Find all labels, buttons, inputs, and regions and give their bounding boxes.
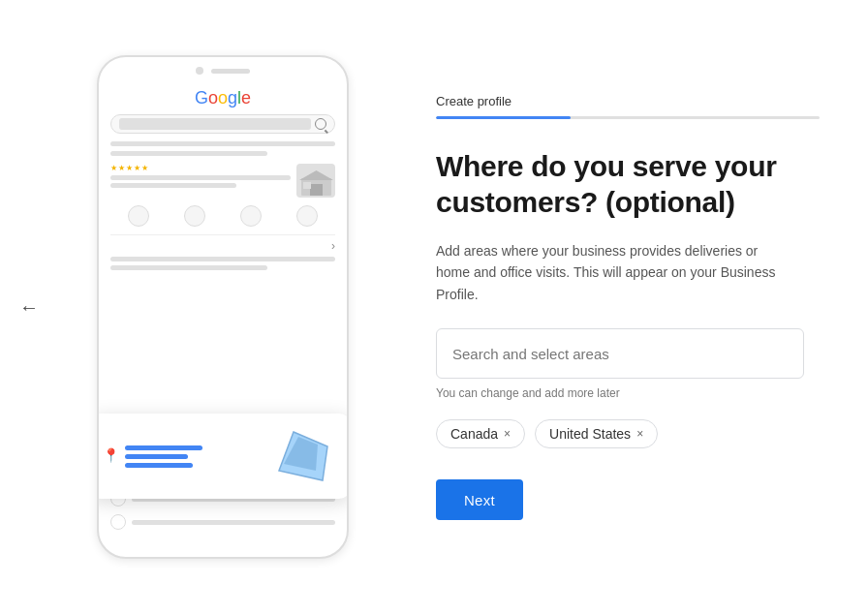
result-desc-2 — [110, 183, 236, 188]
phone-search-bar — [110, 114, 335, 134]
store-svg — [299, 169, 333, 198]
tag-canada: Canada × — [436, 419, 525, 448]
search-areas-input[interactable] — [436, 328, 804, 379]
phone-content: Google ★ ★ ★ ★ — [99, 80, 347, 281]
progress-bar-fill — [436, 116, 571, 119]
svg-rect-2 — [310, 184, 323, 196]
next-button[interactable]: Next — [436, 479, 523, 520]
tags-container: Canada × United States × — [436, 419, 820, 448]
card-lines — [125, 445, 202, 468]
result-text: ★ ★ ★ ★ ★ — [110, 164, 291, 191]
star-2: ★ — [118, 164, 125, 172]
store-icon — [296, 164, 335, 198]
google-g2: g — [228, 88, 237, 107]
right-panel: Create profile Where do you serve your c… — [407, 65, 868, 549]
card-left: 📍 — [103, 445, 260, 468]
tag-canada-close[interactable]: × — [504, 428, 511, 440]
phone-row-line-2 — [132, 520, 335, 525]
google-logo: Google — [110, 88, 335, 108]
main-heading: Where do you serve your customers? (opti… — [436, 148, 820, 221]
tag-united-states-close[interactable]: × — [636, 428, 643, 440]
result-line-1 — [110, 141, 335, 146]
result-item: ★ ★ ★ ★ ★ — [110, 164, 335, 198]
phone-search-input-visual — [119, 118, 311, 130]
result-line-4 — [110, 265, 267, 270]
result-line-3 — [110, 257, 335, 261]
tag-united-states-label: United States — [549, 426, 631, 442]
left-panel: ← Google — [0, 55, 407, 559]
card-line-3 — [125, 463, 193, 468]
tag-canada-label: Canada — [450, 426, 498, 442]
card-line-2 — [125, 454, 188, 459]
page-container: ← Google — [0, 0, 868, 614]
bottom-card: 📍 — [97, 414, 349, 499]
progress-section: Create profile — [436, 94, 820, 119]
stars: ★ ★ ★ ★ ★ — [110, 164, 291, 172]
progress-bar-container — [436, 116, 820, 119]
phone-search-icon — [315, 118, 326, 130]
phone-camera — [196, 67, 203, 75]
google-e: e — [241, 88, 251, 107]
star-1: ★ — [110, 164, 117, 172]
step-label: Create profile — [436, 94, 820, 108]
map-diamond-svg — [269, 427, 337, 485]
result-desc-1 — [110, 175, 291, 180]
card-line-1 — [125, 445, 202, 450]
google-g: G — [195, 88, 208, 107]
search-container — [436, 328, 820, 379]
description-text: Add areas where your business provides d… — [436, 240, 794, 305]
star-5: ★ — [141, 164, 148, 172]
tag-united-states: United States × — [535, 419, 658, 448]
phone-next-arrow: › — [110, 239, 335, 253]
phone-speaker — [211, 69, 250, 74]
result-line-2 — [110, 151, 267, 156]
action-icon-4 — [296, 205, 318, 227]
heading-line-2: customers? (optional) — [436, 186, 735, 218]
star-4: ★ — [134, 164, 140, 172]
svg-marker-1 — [299, 170, 333, 180]
phone-top — [99, 57, 347, 80]
hint-text: You can change and add more later — [436, 386, 820, 400]
action-icon-2 — [184, 205, 205, 227]
action-icon-1 — [128, 205, 149, 227]
divider — [110, 234, 335, 235]
google-o1: o — [208, 88, 218, 107]
phone-mockup: Google ★ ★ ★ ★ — [97, 55, 349, 559]
phone-icon-circle-2 — [110, 514, 126, 530]
google-o2: o — [218, 88, 228, 107]
action-icons — [110, 205, 335, 227]
heading-line-1: Where do you serve your — [436, 150, 777, 182]
action-icon-3 — [240, 205, 262, 227]
back-arrow-button[interactable]: ← — [19, 296, 39, 319]
phone-row-2 — [110, 514, 335, 530]
star-3: ★ — [126, 164, 133, 172]
svg-rect-3 — [303, 182, 311, 189]
pin-icon: 📍 — [103, 447, 119, 463]
